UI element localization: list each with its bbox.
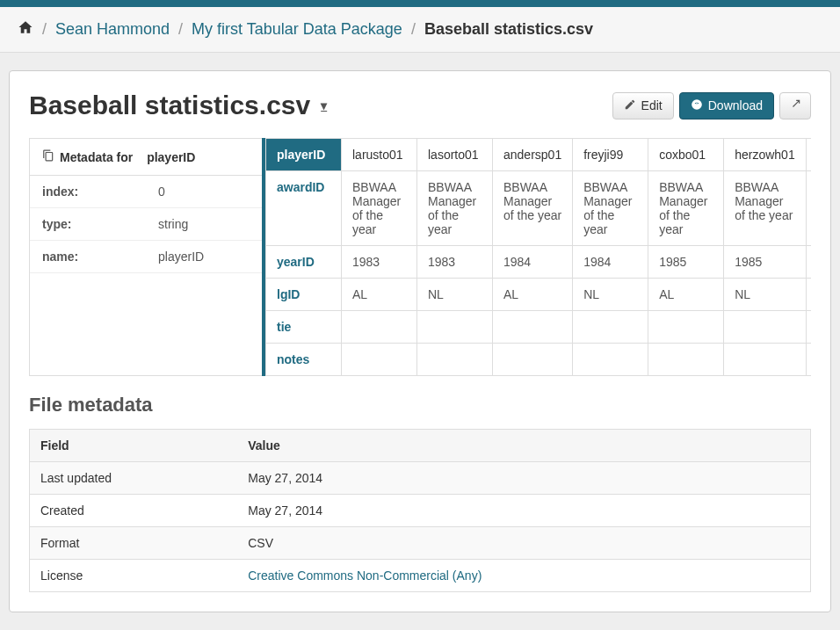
grid-row-label[interactable]: tie bbox=[266, 311, 342, 344]
share-button[interactable] bbox=[779, 92, 811, 119]
grid-column-header[interactable]: coxbo01 bbox=[648, 139, 724, 171]
grid-cell[interactable]: 1983 bbox=[417, 246, 493, 279]
grid-cell[interactable]: 1985 bbox=[724, 246, 807, 279]
edit-button[interactable]: Edit bbox=[612, 92, 674, 119]
grid-cell[interactable]: BBWAA Manager of the year bbox=[417, 171, 493, 246]
top-bar bbox=[0, 0, 840, 7]
grid-cell[interactable]: 1983 bbox=[342, 246, 417, 279]
breadcrumb-item-1[interactable]: My first Tabular Data Package bbox=[192, 20, 402, 39]
fm-field: Format bbox=[30, 527, 238, 560]
metadata-row: index:0 bbox=[30, 176, 262, 208]
grid-column-header[interactable]: n bbox=[806, 139, 811, 171]
metadata-table: index:0type:stringname:playerID bbox=[30, 176, 262, 273]
grid-cell[interactable]: 1985 bbox=[648, 246, 724, 279]
grid-cell[interactable]: A bbox=[806, 279, 811, 311]
fm-value-link[interactable]: Creative Commons Non-Commercial (Any) bbox=[248, 568, 482, 583]
grid-column-header[interactable]: freyji99 bbox=[573, 139, 648, 171]
grid-cell[interactable]: BBWAA Manager of the year bbox=[724, 171, 807, 246]
grid-row-label[interactable]: awardID bbox=[266, 171, 342, 246]
metadata-row: type:string bbox=[30, 208, 262, 241]
grid-row: awardIDBBWAA Manager of the yearBBWAA Ma… bbox=[266, 171, 812, 246]
grid-cell[interactable]: BBWAA Manager of the year bbox=[493, 171, 573, 246]
grid-cell[interactable] bbox=[648, 344, 724, 376]
metadata-value: string bbox=[146, 208, 262, 241]
grid-cell[interactable] bbox=[648, 311, 724, 344]
grid-cell[interactable]: AL bbox=[342, 279, 417, 311]
page-title: Baseball statistics.csv ▾ bbox=[29, 91, 327, 120]
action-bar: Edit Download bbox=[612, 92, 811, 119]
grid-cell[interactable]: B bbox=[806, 171, 811, 246]
grid-cell[interactable] bbox=[417, 344, 493, 376]
breadcrumb: / Sean Hammond / My first Tabular Data P… bbox=[18, 19, 822, 40]
file-metadata-heading: File metadata bbox=[29, 394, 811, 416]
caret-down-icon: ▾ bbox=[321, 98, 327, 112]
page-title-text: Baseball statistics.csv bbox=[29, 91, 310, 120]
grid-cell[interactable]: 1984 bbox=[573, 246, 648, 279]
download-icon bbox=[691, 98, 703, 113]
grid-cell[interactable] bbox=[573, 311, 648, 344]
metadata-sidebar-head: Metadata for playerID bbox=[30, 139, 262, 176]
download-button[interactable]: Download bbox=[679, 92, 774, 119]
grid-row: yearID1983198319841984198519851 bbox=[266, 246, 812, 279]
file-metadata-row: CreatedMay 27, 2014 bbox=[30, 495, 811, 527]
file-metadata-row: Last updatedMay 27, 2014 bbox=[30, 462, 811, 495]
breadcrumb-current: Baseball statistics.csv bbox=[424, 20, 593, 39]
breadcrumb-bar: / Sean Hammond / My first Tabular Data P… bbox=[0, 7, 840, 53]
share-icon bbox=[789, 98, 801, 113]
grid-row-label[interactable]: yearID bbox=[266, 246, 342, 279]
data-row: Metadata for playerID index:0type:string… bbox=[29, 138, 811, 376]
grid-cell[interactable] bbox=[724, 344, 807, 376]
grid-cell[interactable] bbox=[417, 311, 493, 344]
fm-header-value: Value bbox=[237, 430, 810, 462]
pencil-icon bbox=[624, 98, 636, 113]
fm-value: Creative Commons Non-Commercial (Any) bbox=[237, 560, 810, 592]
grid-cell[interactable]: AL bbox=[648, 279, 724, 311]
grid-cell[interactable] bbox=[493, 344, 573, 376]
grid-cell[interactable] bbox=[493, 311, 573, 344]
grid-row: notes bbox=[266, 344, 812, 376]
title-dropdown[interactable]: ▾ bbox=[321, 98, 327, 112]
grid-cell[interactable]: NL bbox=[573, 279, 648, 311]
breadcrumb-sep: / bbox=[411, 20, 416, 39]
grid-cell[interactable]: BBWAA Manager of the year bbox=[342, 171, 417, 246]
fm-value: CSV bbox=[237, 527, 810, 560]
grid-column-header[interactable]: herzowh01 bbox=[724, 139, 807, 171]
grid-cell[interactable]: AL bbox=[493, 279, 573, 311]
home-link[interactable] bbox=[18, 19, 33, 40]
breadcrumb-item-0[interactable]: Sean Hammond bbox=[55, 20, 170, 39]
grid-cell[interactable]: BBWAA Manager of the year bbox=[648, 171, 724, 246]
grid-column-header[interactable]: playerID bbox=[266, 139, 342, 171]
grid-cell[interactable] bbox=[342, 311, 417, 344]
grid-column-header[interactable]: andersp01 bbox=[493, 139, 573, 171]
data-grid-wrap[interactable]: playerIDlarusto01lasorto01andersp01freyj… bbox=[262, 138, 811, 376]
grid-cell[interactable] bbox=[806, 344, 811, 376]
grid-column-header[interactable]: larusto01 bbox=[342, 139, 417, 171]
data-grid: playerIDlarusto01lasorto01andersp01freyj… bbox=[265, 138, 811, 376]
grid-cell[interactable]: BBWAA Manager of the year bbox=[573, 171, 648, 246]
metadata-label: name: bbox=[30, 241, 146, 273]
grid-cell[interactable] bbox=[724, 311, 807, 344]
grid-cell[interactable] bbox=[806, 311, 811, 344]
page-header: Baseball statistics.csv ▾ Edit Download bbox=[29, 91, 811, 120]
metadata-sidebar: Metadata for playerID index:0type:string… bbox=[29, 138, 262, 376]
grid-cell[interactable]: 1 bbox=[806, 246, 811, 279]
grid-cell[interactable]: 1984 bbox=[493, 246, 573, 279]
main-container: Baseball statistics.csv ▾ Edit Download bbox=[9, 70, 831, 612]
fm-field: Created bbox=[30, 495, 238, 527]
grid-cell[interactable]: NL bbox=[724, 279, 807, 311]
metadata-title-field: playerID bbox=[147, 150, 195, 164]
fm-field: Last updated bbox=[30, 462, 238, 495]
metadata-title-prefix: Metadata for bbox=[60, 150, 133, 164]
grid-row-label[interactable]: notes bbox=[266, 344, 342, 376]
grid-row-label[interactable]: lgID bbox=[266, 279, 342, 311]
file-metadata-table: Field Value Last updatedMay 27, 2014Crea… bbox=[29, 429, 811, 592]
fm-field: License bbox=[30, 560, 238, 592]
file-metadata-row: FormatCSV bbox=[30, 527, 811, 560]
breadcrumb-sep: / bbox=[42, 20, 47, 39]
metadata-value: playerID bbox=[146, 241, 262, 273]
file-metadata-row: LicenseCreative Commons Non-Commercial (… bbox=[30, 560, 811, 592]
grid-cell[interactable] bbox=[573, 344, 648, 376]
grid-column-header[interactable]: lasorto01 bbox=[417, 139, 493, 171]
grid-cell[interactable]: NL bbox=[417, 279, 493, 311]
grid-cell[interactable] bbox=[342, 344, 417, 376]
